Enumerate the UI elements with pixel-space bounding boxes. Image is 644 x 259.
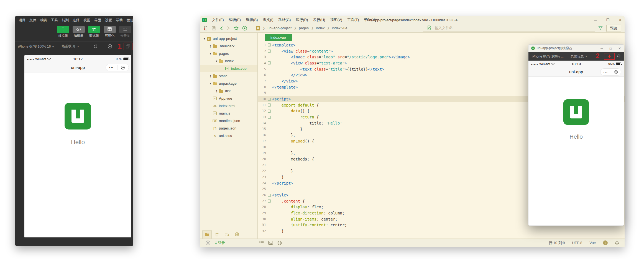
devtools-menu-item[interactable]: 界面 xyxy=(94,18,101,23)
file-tree-item-main.js[interactable]: Jmain.js xyxy=(200,110,257,117)
devtools-menu-item[interactable]: 文件 xyxy=(29,18,36,23)
devtools-toolbar-button[interactable]: 编辑器 xyxy=(72,26,85,38)
chevron-right-icon[interactable]: ❯ xyxy=(208,75,213,77)
ide-menu-item[interactable]: 文件(F) xyxy=(209,17,226,22)
outline-list-icon[interactable] xyxy=(259,241,264,245)
filter-button[interactable] xyxy=(598,26,603,30)
file-tree-item-pages[interactable]: ▼pages xyxy=(200,50,257,57)
fold-toggle-icon[interactable] xyxy=(266,200,272,203)
ide-menu-item[interactable]: 查找(I) xyxy=(260,17,276,22)
devtools-menu-item[interactable]: 选择 xyxy=(73,18,80,23)
breadcrumb-item[interactable]: index.vue xyxy=(332,26,347,30)
editor-tab-index-vue[interactable]: index.vue xyxy=(265,34,292,41)
tab-web-resources[interactable] xyxy=(232,230,242,239)
restore-button[interactable]: ❐ xyxy=(606,18,609,22)
pin-on-top-button[interactable] xyxy=(608,54,611,58)
ide-menu-item[interactable]: 运行(R) xyxy=(293,17,310,22)
file-search-box[interactable]: 输入文件名 xyxy=(423,25,595,32)
file-tree-item-App.vue[interactable]: VApp.vue xyxy=(200,95,257,102)
breadcrumb-item[interactable]: index xyxy=(316,26,324,30)
ide-menu-item[interactable]: 视图(V) xyxy=(328,17,344,22)
devtools-toolbar-button[interactable]: 调试器 xyxy=(88,26,101,38)
update-download-icon[interactable]: ↓ xyxy=(603,240,608,245)
stop-button[interactable] xyxy=(108,44,112,49)
fold-toggle-icon[interactable] xyxy=(266,98,272,101)
more-button[interactable]: ••• xyxy=(600,71,611,73)
code-line-32[interactable]: 32 } xyxy=(258,228,625,234)
file-tree-item-.hbuilderx[interactable]: ❯.hbuilderx xyxy=(200,42,257,50)
fold-toggle-icon[interactable] xyxy=(266,194,272,197)
hot-reload-selector[interactable]: 热重载 开▼ xyxy=(62,44,79,49)
fold-toggle-icon[interactable] xyxy=(266,50,272,53)
more-button[interactable]: ••• xyxy=(106,66,117,69)
fold-toggle-icon[interactable] xyxy=(266,103,272,107)
language-mode[interactable]: Vue xyxy=(589,241,596,245)
terminal-icon[interactable] xyxy=(268,241,273,245)
file-tree-item-index[interactable]: ▼index xyxy=(200,57,257,65)
detach-window-button[interactable] xyxy=(126,45,130,48)
devtools-menu-item[interactable]: 工具 xyxy=(51,18,58,23)
file-tree-item-unpackage[interactable]: ▼unpackage xyxy=(200,80,257,87)
ide-menu-item[interactable]: 选择(S) xyxy=(243,17,260,22)
close-capsule-button[interactable] xyxy=(611,70,621,74)
navigate-forward-button[interactable] xyxy=(227,26,230,30)
fold-toggle-icon[interactable] xyxy=(266,43,272,46)
fold-toggle-icon[interactable] xyxy=(266,61,272,64)
close-button[interactable]: ✕ xyxy=(619,18,622,22)
web-globe-icon[interactable] xyxy=(277,241,282,245)
file-tree-item-static[interactable]: ❯static xyxy=(200,72,257,80)
devtools-menu-item[interactable]: 项目 xyxy=(19,18,25,23)
navigate-back-button[interactable] xyxy=(220,26,223,30)
new-file-button[interactable] xyxy=(203,26,208,30)
devtools-menu-item[interactable]: 帮助 xyxy=(116,18,123,23)
ide-menu-item[interactable]: 发行(U) xyxy=(310,17,328,22)
refresh-button[interactable] xyxy=(93,44,98,49)
ide-menu-item[interactable]: 编辑(E) xyxy=(226,17,243,22)
chevron-down-icon[interactable]: ▼ xyxy=(208,82,213,85)
device-selector[interactable]: iPhone 6/7/8 100% 16▼ xyxy=(18,45,54,48)
preview-button[interactable]: 预览 xyxy=(606,25,621,32)
maximize-button[interactable]: □ xyxy=(610,46,612,50)
bell-icon[interactable] xyxy=(615,241,619,245)
minimize-button[interactable]: ─ xyxy=(600,46,603,50)
file-tree-item-dist[interactable]: ❯dist xyxy=(200,87,257,95)
chevron-down-icon[interactable]: ▼ xyxy=(202,37,206,40)
cursor-position[interactable]: 行:10 列:9 xyxy=(549,240,565,245)
ide-menu-item[interactable]: 跳转(G) xyxy=(276,17,293,22)
close-button[interactable]: ✕ xyxy=(618,46,621,50)
devtools-menu-item[interactable]: 微信开发者 xyxy=(127,18,133,23)
devtools-menu-item[interactable]: 视图 xyxy=(83,18,90,23)
run-button[interactable] xyxy=(242,26,247,31)
chevron-right-icon[interactable]: ❯ xyxy=(214,90,219,92)
close-capsule-button[interactable] xyxy=(117,66,129,69)
login-status[interactable]: 未登录 xyxy=(214,240,225,245)
save-button[interactable] xyxy=(212,26,216,30)
tab-debug[interactable] xyxy=(212,230,222,239)
page-info-selector[interactable]: 页面信息▼ xyxy=(571,54,587,59)
chevron-down-icon[interactable]: ▼ xyxy=(208,52,213,55)
file-tree-item-manifest.json[interactable]: [⚙]manifest.json xyxy=(200,117,257,125)
file-tree-item-uni-app-project[interactable]: ▼uuni-app-project xyxy=(200,35,257,42)
tab-project-files[interactable] xyxy=(202,230,212,239)
chevron-down-icon[interactable]: ▼ xyxy=(214,60,219,63)
minimize-button[interactable]: ─ xyxy=(594,18,597,22)
devtools-menu-item[interactable]: 转到 xyxy=(62,18,69,23)
device-selector[interactable]: iPhone 6/7/8 100% ... xyxy=(532,55,564,58)
favorite-button[interactable] xyxy=(234,26,239,30)
file-tree-item-uni.scss[interactable]: §uni.scss xyxy=(200,132,257,139)
devtools-menu-item[interactable]: 设置 xyxy=(105,18,112,23)
ide-menu-item[interactable]: 工具(T) xyxy=(345,17,362,22)
mute-button[interactable] xyxy=(617,54,621,58)
chevron-right-icon[interactable]: ❯ xyxy=(208,45,213,48)
encoding-label[interactable]: UTF-8 xyxy=(572,241,582,245)
breadcrumb-item[interactable]: pages xyxy=(299,26,309,30)
breadcrumb-item[interactable]: uni-app-project xyxy=(267,26,292,30)
fold-toggle-icon[interactable] xyxy=(266,110,272,113)
tab-search-in-files[interactable] xyxy=(222,230,232,239)
devtools-menu-item[interactable]: 编辑 xyxy=(40,18,47,23)
fold-toggle-icon[interactable] xyxy=(266,116,272,119)
ide-menu-item[interactable]: 帮助(Y) xyxy=(361,17,378,22)
file-tree-item-index.vue[interactable]: Vindex.vue xyxy=(200,65,257,72)
devtools-toolbar-button[interactable]: 模拟器 xyxy=(57,26,70,38)
file-tree-item-pages.json[interactable]: [ ]pages.json xyxy=(200,125,257,132)
